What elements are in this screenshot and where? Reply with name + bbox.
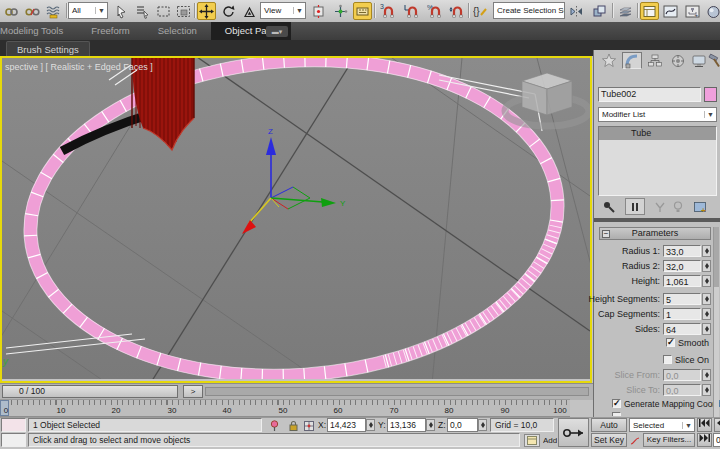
panel-tab-modify-icon[interactable]: [622, 52, 642, 69]
modifier-list-dropdown[interactable]: Modifier List ▼: [598, 107, 717, 122]
select-and-rotate-icon[interactable]: [219, 2, 238, 20]
use-pivot-point-center-icon[interactable]: [309, 2, 328, 20]
key-mode-dropdown[interactable]: Selected▼: [629, 418, 695, 432]
z-spinner[interactable]: [478, 419, 487, 431]
ribbon-tab-freeform[interactable]: Freeform: [77, 22, 144, 40]
height-segments-spinner[interactable]: [702, 293, 711, 305]
time-slider-handle[interactable]: 0 / 100: [2, 385, 178, 398]
ribbon-tab-selection[interactable]: Selection: [144, 22, 211, 40]
select-and-scale-icon[interactable]: [240, 2, 259, 20]
y-coord-field[interactable]: 13,136: [387, 418, 426, 432]
sides-spinner[interactable]: [702, 323, 711, 335]
mirror-icon[interactable]: [567, 2, 586, 20]
curve-editor-icon[interactable]: [661, 2, 680, 20]
select-by-name-icon[interactable]: [133, 2, 152, 20]
object-color-swatch[interactable]: [704, 87, 717, 102]
height-segments-field[interactable]: 5: [663, 293, 701, 305]
cap-segments-field[interactable]: 1: [663, 308, 701, 320]
percent-snap-icon[interactable]: %: [425, 2, 444, 20]
panel-tab-motion-icon[interactable]: [668, 52, 688, 69]
absolute-mode-icon[interactable]: [302, 419, 316, 432]
ruler-tick: 80: [445, 406, 454, 415]
align-icon[interactable]: [590, 2, 609, 20]
height-spinner[interactable]: [702, 275, 711, 287]
radius2-spinner[interactable]: [702, 260, 711, 272]
graphite-ribbon-toggle-icon[interactable]: [640, 2, 659, 20]
edit-named-selection-sets-icon[interactable]: {}: [471, 2, 490, 20]
slice-from-spinner: [702, 369, 711, 381]
add-time-tag-label[interactable]: Add Time Tag: [543, 436, 557, 445]
current-frame-field[interactable]: 0: [713, 433, 720, 447]
y-spinner[interactable]: [426, 419, 435, 431]
generate-mapping-checkbox[interactable]: [612, 399, 621, 408]
panel-tab-utilities-icon[interactable]: [705, 52, 720, 69]
make-unique-icon[interactable]: [652, 200, 668, 214]
x-spinner[interactable]: [366, 419, 375, 431]
key-filters-button[interactable]: Key Filters...: [643, 433, 695, 447]
snaps-toggle-3d-icon[interactable]: 3: [378, 2, 397, 20]
ruler-tick: 90: [501, 406, 510, 415]
schematic-view-icon[interactable]: +: [683, 2, 702, 20]
height-field[interactable]: 1,061: [663, 275, 701, 287]
material-editor-icon[interactable]: [704, 2, 720, 20]
collapse-icon: −: [602, 230, 610, 238]
ribbon-tab-bar: Modeling Tools Freeform Selection Object…: [0, 22, 720, 40]
show-end-result-icon[interactable]: [625, 198, 645, 215]
sides-field[interactable]: 64: [663, 323, 701, 335]
keyboard-override-icon[interactable]: [353, 2, 372, 20]
spinner-snap-icon[interactable]: [447, 2, 466, 20]
ribbon-tab-modeling-tools[interactable]: Modeling Tools: [0, 22, 77, 40]
ribbon-panel-brush-settings[interactable]: Brush Settings: [6, 41, 90, 57]
manage-layers-icon[interactable]: [616, 2, 635, 20]
slice-on-checkbox[interactable]: [663, 355, 672, 364]
maxscript-mini-listener-white[interactable]: [1, 433, 26, 447]
svg-text:+: +: [701, 206, 706, 215]
panel-scrollbar-thumb[interactable]: [714, 227, 719, 287]
smooth-checkbox[interactable]: [666, 338, 675, 347]
set-keys-button[interactable]: [558, 418, 589, 447]
unlink-selection-icon[interactable]: [23, 2, 42, 20]
window-crossing-icon[interactable]: [174, 2, 193, 20]
go-to-start-button[interactable]: [697, 418, 712, 432]
cap-segments-spinner[interactable]: [702, 308, 711, 320]
auto-key-button[interactable]: Auto Key: [591, 418, 627, 432]
time-tag-window-icon[interactable]: [524, 434, 540, 447]
modifier-stack-item-tube[interactable]: Tube: [599, 127, 716, 140]
panel-tab-hierarchy-icon[interactable]: [645, 52, 665, 69]
pin-stack-icon[interactable]: [601, 200, 617, 214]
object-name-field[interactable]: Tube002: [598, 87, 701, 102]
select-and-link-icon[interactable]: [2, 2, 21, 20]
radius1-field[interactable]: 33,0: [663, 245, 701, 257]
remove-modifier-icon[interactable]: [670, 200, 686, 214]
selection-filter-dropdown[interactable]: All▼: [68, 2, 108, 19]
angle-snap-icon[interactable]: [402, 2, 421, 20]
next-frame-button[interactable]: >: [183, 385, 203, 398]
reference-coordinate-dropdown[interactable]: View▼: [260, 2, 306, 19]
maxscript-mini-listener-pink[interactable]: [1, 418, 26, 432]
previous-frame-button[interactable]: [714, 418, 720, 432]
viewport-canvas[interactable]: Z Y spective ] [ Realistic + Edged Faces…: [2, 58, 590, 379]
panel-tab-create-icon[interactable]: [599, 52, 619, 69]
named-selection-set-dropdown[interactable]: Create Selection Se▼: [493, 2, 565, 19]
x-coord-field[interactable]: 14,423: [327, 418, 366, 432]
parameters-rollout-header[interactable]: − Parameters: [599, 227, 711, 240]
configure-modifier-sets-icon[interactable]: +: [692, 200, 708, 214]
set-key-button[interactable]: Set Key: [591, 433, 627, 447]
z-coord-field[interactable]: 0,0: [447, 418, 478, 432]
go-to-end-button[interactable]: [697, 433, 712, 447]
viewport-label[interactable]: spective ] [ Realistic + Edged Faces ]: [5, 62, 153, 72]
ribbon-overflow-icon[interactable]: ▬▾: [266, 26, 288, 37]
select-and-move-icon[interactable]: [197, 2, 216, 20]
track-bar-groove[interactable]: [205, 387, 589, 396]
select-object-icon[interactable]: [112, 2, 131, 20]
panel-scrollbar[interactable]: [713, 227, 719, 417]
timeline-ruler[interactable]: 0 10 20 30 40 50 60 70 80 90 100: [0, 399, 570, 417]
rectangular-selection-region-icon[interactable]: [154, 2, 173, 20]
radius2-field[interactable]: 32,0: [663, 260, 701, 272]
radius1-spinner[interactable]: [702, 245, 711, 257]
default-tangent-icon[interactable]: [629, 434, 641, 447]
selection-lock-icon[interactable]: [286, 419, 300, 432]
bind-to-space-warp-icon[interactable]: [44, 2, 63, 20]
select-and-manipulate-icon[interactable]: [331, 2, 350, 20]
isolate-pin-icon[interactable]: [267, 419, 281, 432]
